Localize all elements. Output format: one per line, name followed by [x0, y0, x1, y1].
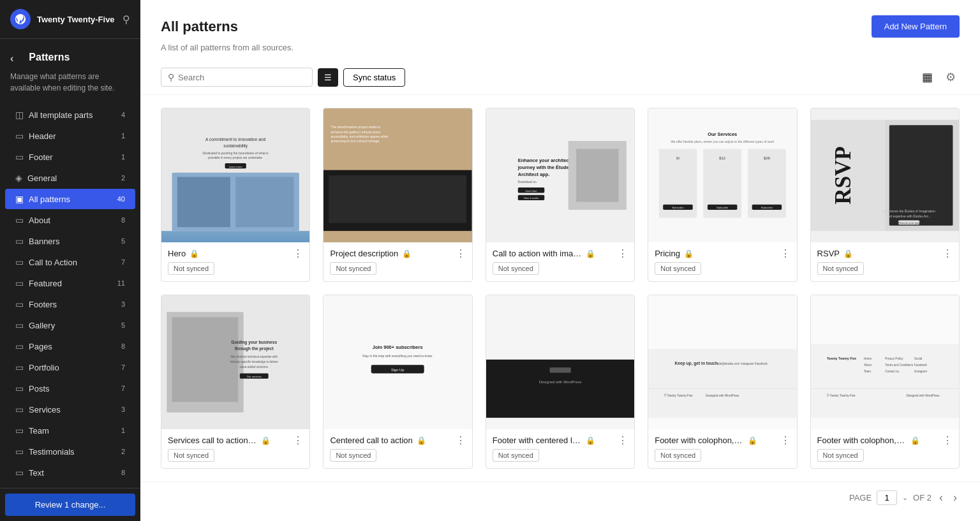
more-options-icon[interactable]: ⋮	[618, 247, 628, 260]
sidebar-item-text[interactable]: ▭ Text 8	[5, 462, 135, 483]
sidebar-item-count: 11	[117, 279, 125, 287]
sidebar-section-title: Patterns	[19, 49, 80, 68]
more-options-icon[interactable]: ⋮	[456, 247, 466, 260]
sidebar-item-footers[interactable]: ▭ Footers 3	[5, 294, 135, 314]
page-number-input[interactable]	[877, 490, 897, 505]
sidebar-item-count: 7	[121, 385, 125, 392]
filter-button[interactable]: ☰	[318, 68, 338, 87]
sidebar-item-pages[interactable]: ▭ Pages 8	[5, 336, 135, 356]
sidebar-item-portfolio[interactable]: ▭ Portfolio 7	[5, 357, 135, 378]
pagination: PAGE ⌄ OF 2 ‹ ›	[140, 481, 980, 513]
pattern-thumbnail-services-cta[interactable]: Guiding your business through the projec…	[161, 295, 309, 429]
lock-icon: 🔒	[402, 249, 412, 258]
sidebar-item-featured[interactable]: ▭ Featured 11	[5, 273, 135, 293]
svg-rect-8	[177, 177, 230, 227]
sidebar-item-count: 1	[121, 132, 125, 140]
sidebar-item-count: 7	[121, 363, 125, 371]
pattern-thumbnail-pricing[interactable]: Our Services We offer flexible plans, wh…	[648, 108, 796, 242]
sidebar-item-gallery[interactable]: ▭ Gallery 5	[5, 315, 135, 335]
search-icon[interactable]: ⚲	[122, 13, 130, 26]
pattern-card-centered-cta: Join 900+ subscribers Stay in the loop w…	[323, 295, 472, 469]
sidebar-item-services[interactable]: ▭ Services 3	[5, 399, 135, 420]
more-options-icon[interactable]: ⋮	[942, 434, 953, 446]
svg-rect-70	[549, 367, 570, 372]
settings-button[interactable]: ⚙	[942, 68, 960, 87]
more-options-icon[interactable]: ⋮	[780, 434, 791, 446]
sidebar-item-count: 5	[121, 237, 125, 245]
pattern-thumbnail-centered-cta[interactable]: Join 900+ subscribers Stay in the loop w…	[323, 295, 471, 429]
sidebar-footer: Review 1 change...	[0, 488, 140, 521]
grid-view-button[interactable]: ▦	[918, 68, 937, 87]
svg-text:sustainability: sustainability	[223, 143, 248, 149]
sidebar-item-footer[interactable]: ▭ Footer 1	[5, 147, 135, 167]
pattern-thumbnail-footer-colophon3[interactable]: Keep up, get in touch. info@etudes.com I…	[648, 295, 796, 429]
sidebar-item-all-patterns[interactable]: ▣ All patterns 40	[5, 189, 135, 209]
services-icon: ▭	[15, 404, 24, 415]
lock-icon: 🔒	[417, 436, 426, 445]
hero-thumbnail-svg: A commitment to innovation and sustainab…	[161, 108, 309, 242]
svg-rect-28	[576, 149, 618, 202]
not-synced-badge: Not synced	[168, 262, 214, 275]
posts-icon: ▭	[15, 383, 24, 393]
pattern-thumbnail-footer-colophon4[interactable]: Twenty Twenty Five Home Privacy Policy S…	[811, 295, 959, 429]
svg-text:Our services: Our services	[247, 375, 262, 378]
sidebar-item-all-template-parts[interactable]: ◫ All template parts 4	[5, 105, 135, 125]
sidebar-item-label: Footer	[29, 152, 53, 162]
add-new-pattern-button[interactable]: Add New Pattern	[872, 15, 960, 38]
pattern-thumbnail-project[interactable]: The transformative project seeks to enha…	[323, 108, 471, 242]
sidebar-navigation: ◫ All template parts 4 ▭ Header 1 ▭ Foot…	[0, 104, 140, 488]
sidebar-item-posts[interactable]: ▭ Posts 7	[5, 378, 135, 399]
svg-text:Reserve your spot: Reserve your spot	[898, 221, 919, 224]
lock-icon: 🔒	[684, 249, 694, 258]
sidebar-item-call-to-action[interactable]: ▭ Call to Action 7	[5, 252, 135, 272]
portfolio-icon: ▭	[15, 362, 24, 372]
wp-logo	[10, 9, 31, 29]
sidebar-item-team[interactable]: ▭ Team 1	[5, 420, 135, 441]
review-changes-button[interactable]: Review 1 change...	[5, 494, 135, 516]
pattern-thumbnail-rsvp[interactable]: RSVP Experience the Études of Imaginatio…	[811, 108, 959, 242]
sidebar-item-count: 8	[121, 216, 125, 224]
pattern-thumbnail-hero[interactable]: A commitment to innovation and sustainab…	[161, 108, 309, 242]
sidebar-item-general[interactable]: ◈ General 2	[5, 168, 135, 188]
more-options-icon[interactable]: ⋮	[293, 434, 303, 446]
pattern-info-cta: Call to action with image on right 🔒 ⋮	[486, 242, 634, 262]
svg-text:Subscribe: Subscribe	[716, 206, 729, 209]
pattern-thumbnail-cta[interactable]: Enhance your architectural journey with …	[486, 108, 634, 242]
sidebar-item-count: 2	[121, 174, 125, 182]
sidebar-item-label: Gallery	[29, 321, 55, 330]
more-options-icon[interactable]: ⋮	[942, 247, 953, 260]
svg-text:Subscribe: Subscribe	[761, 206, 773, 209]
svg-text:The transformative project see: The transformative project seeks to	[331, 125, 381, 129]
svg-text:How it works: How it works	[524, 196, 538, 200]
sidebar-item-count: 8	[121, 469, 125, 476]
search-box[interactable]: ⚲	[161, 68, 313, 87]
all-patterns-icon: ▣	[15, 194, 24, 204]
next-page-button[interactable]: ›	[951, 490, 960, 506]
sidebar-back-button[interactable]: ‹ Patterns	[0, 39, 140, 71]
more-options-icon[interactable]: ⋮	[780, 247, 791, 260]
search-input[interactable]	[178, 73, 306, 82]
not-synced-badge: Not synced	[817, 449, 864, 462]
sidebar-item-header[interactable]: ▭ Header 1	[5, 126, 135, 146]
sidebar-item-banners[interactable]: ▭ Banners 5	[5, 231, 135, 251]
sync-status-button[interactable]: Sync status	[343, 68, 405, 87]
sidebar-item-label: Footers	[29, 300, 57, 309]
sidebar-item-testimonials[interactable]: ▭ Testimonials 2	[5, 441, 135, 462]
sidebar-item-about[interactable]: ▭ About 8	[5, 210, 135, 230]
sidebar-header: Twenty Twenty-Five ⚲	[0, 0, 140, 39]
pattern-thumbnail-footer-centered[interactable]: Designed with WordPress	[486, 295, 634, 429]
more-options-icon[interactable]: ⋮	[456, 434, 466, 446]
sidebar-item-count: 5	[121, 321, 125, 329]
svg-text:Social: Social	[914, 357, 921, 360]
svg-rect-63	[323, 307, 471, 418]
site-title: Twenty Twenty-Five	[37, 15, 115, 24]
sidebar-item-label: Posts	[29, 384, 50, 393]
sidebar-item-label: About	[29, 216, 50, 225]
more-options-icon[interactable]: ⋮	[293, 247, 303, 260]
more-options-icon[interactable]: ⋮	[618, 434, 628, 446]
prev-page-button[interactable]: ‹	[937, 490, 946, 506]
lock-icon: 🔒	[586, 436, 595, 445]
pattern-name: Pricing	[655, 249, 680, 258]
text-icon: ▭	[15, 467, 24, 478]
svg-text:A commitment to innovation and: A commitment to innovation and	[205, 137, 266, 142]
